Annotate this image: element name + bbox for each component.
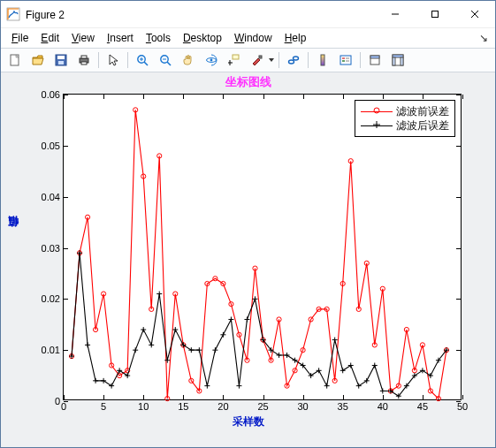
x-tick-label: 15 [178,401,188,412]
y-tick-label: 0.03 [42,243,60,254]
svg-rect-37 [393,57,395,65]
legend-label: 滤波前误差 [396,104,449,119]
save-button[interactable] [50,49,72,71]
figure-window: Figure 2 File Edit View Insert Tools Des… [0,0,496,448]
minimize-button[interactable] [375,2,415,27]
pointer-button[interactable] [103,49,124,71]
x-tick-label: 40 [378,401,388,412]
menu-desktop[interactable]: Desktop [178,31,227,45]
legend-label: 滤波后误差 [396,118,449,133]
data-cursor-button[interactable] [224,49,245,71]
menu-bar: File Edit View Insert Tools Desktop Wind… [1,28,495,48]
y-tick-label: 0.02 [42,293,60,304]
x-axis-label: 采样数 [1,414,495,429]
legend-entry[interactable]: 滤波前误差 [361,104,449,118]
svg-rect-21 [233,55,239,59]
tb-sep [360,52,361,68]
y-tick-label: 0.04 [42,192,60,202]
svg-rect-10 [81,56,87,58]
axes-title: 坐标图线 [1,74,495,90]
tb-sep [127,52,128,68]
menu-tools[interactable]: Tools [141,31,176,45]
figure-canvas: 坐标图线 幅值 采样数 滤波前误差滤波后误差 00.010.020.030.04… [1,72,495,447]
figure-toolbar [1,48,495,72]
x-tick-label: 10 [138,401,149,412]
x-tick-label: 20 [217,401,228,412]
svg-rect-7 [57,56,65,59]
svg-line-13 [144,62,148,65]
plot-area [64,95,462,401]
x-tick-label: 5 [101,401,106,412]
svg-point-25 [289,60,294,64]
show-plot-tools-button[interactable] [387,49,408,71]
legend-entry[interactable]: 滤波后误差 [361,118,449,133]
menu-toolbar-options-icon[interactable]: ↘ [477,32,490,44]
svg-point-183 [374,108,379,113]
tb-sep [279,52,279,68]
svg-point-26 [294,57,299,60]
zoom-out-button[interactable] [155,49,176,71]
pan-button[interactable] [178,49,199,71]
menu-help[interactable]: Help [279,31,312,45]
svg-rect-38 [401,57,403,65]
y-tick-label: 0.01 [42,345,60,355]
maximize-button[interactable] [415,2,454,27]
title-bar[interactable]: Figure 2 [1,1,495,28]
x-tick-label: 30 [297,401,308,412]
x-tick-label: 45 [417,401,428,412]
app-icon [6,7,20,21]
close-button[interactable] [454,2,495,27]
svg-rect-34 [370,56,379,58]
y-tick-label: 0 [55,396,60,406]
brush-button[interactable] [247,49,268,71]
svg-rect-27 [321,55,324,65]
insert-colorbar-button[interactable] [312,49,333,71]
open-button[interactable] [27,49,49,71]
svg-rect-8 [58,61,64,65]
menu-insert[interactable]: Insert [102,31,139,45]
x-tick-label: 25 [257,401,268,412]
menu-file[interactable]: File [6,31,34,45]
new-figure-button[interactable] [4,49,26,71]
menu-edit[interactable]: Edit [35,31,65,45]
svg-line-17 [167,62,171,65]
hide-plot-tools-button[interactable] [364,49,385,71]
axes[interactable]: 滤波前误差滤波后误差 00.010.020.030.040.050.060510… [63,94,462,400]
link-data-button[interactable] [283,49,304,71]
x-tick-label: 0 [61,401,66,412]
legend[interactable]: 滤波前误差滤波后误差 [355,100,455,137]
svg-rect-24 [259,56,262,58]
y-tick-label: 0.05 [42,140,60,151]
tb-sep [98,52,99,68]
svg-rect-28 [340,56,351,65]
x-tick-label: 35 [338,401,348,412]
menu-window[interactable]: Window [229,31,278,45]
menu-view[interactable]: View [66,31,100,45]
x-tick-label: 50 [457,401,468,412]
y-tick-label: 0.06 [42,89,60,100]
svg-rect-11 [81,62,87,65]
svg-rect-2 [431,11,438,18]
print-button[interactable] [73,49,95,71]
svg-point-20 [210,59,213,62]
zoom-in-button[interactable] [132,49,153,71]
rotate3d-button[interactable] [201,49,222,71]
brush-dropdown-icon[interactable] [268,50,275,70]
window-title: Figure 2 [26,8,65,21]
tb-sep [308,52,309,68]
insert-legend-button[interactable] [335,49,356,71]
